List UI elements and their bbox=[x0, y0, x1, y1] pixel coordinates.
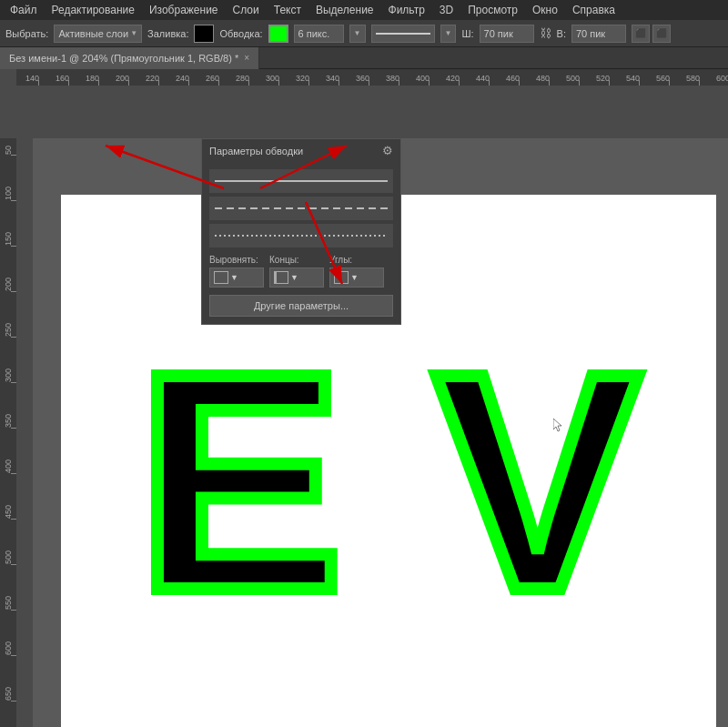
align-left-icon[interactable]: ⬛ bbox=[632, 25, 650, 43]
document-tab[interactable]: Без имени-1 @ 204% (Прямоугольник 1, RGB… bbox=[0, 47, 259, 69]
align-select-icon bbox=[214, 271, 228, 284]
align-select[interactable]: ▼ bbox=[209, 268, 264, 288]
ends-label: Концы: bbox=[269, 255, 324, 265]
link-icon: ⛓ bbox=[540, 26, 551, 40]
stroke-panel-body: Выровнять: ▼ Концы: ▼ bbox=[202, 162, 400, 324]
stroke-style-line bbox=[376, 33, 430, 35]
menu-image[interactable]: Изображение bbox=[143, 2, 225, 18]
select-label: Выбрать: bbox=[5, 28, 48, 39]
fill-label: Заливка: bbox=[147, 28, 188, 39]
stroke-style-dropdown[interactable]: ▼ bbox=[440, 25, 457, 43]
active-layers-dropdown[interactable]: Активные слои ▼ bbox=[54, 25, 142, 43]
gear-icon[interactable]: ⚙ bbox=[382, 144, 393, 157]
letters-container: E V bbox=[136, 299, 641, 636]
ends-arrow: ▼ bbox=[290, 273, 298, 282]
tab-bar: Без имени-1 @ 204% (Прямоугольник 1, RGB… bbox=[0, 47, 728, 69]
dashed-line-preview bbox=[215, 207, 388, 209]
letter-v: V bbox=[434, 327, 641, 636]
menu-layers[interactable]: Слои bbox=[227, 2, 266, 18]
stroke-dashed-option[interactable] bbox=[209, 197, 393, 220]
stroke-parameters-panel: Параметры обводки ⚙ Вы bbox=[201, 138, 401, 325]
canvas-area: E V Параметры обводки ⚙ bbox=[33, 138, 728, 727]
tab-close-button[interactable]: × bbox=[244, 53, 249, 63]
width-input[interactable]: 70 пик bbox=[480, 25, 534, 43]
stroke-label: Обводка: bbox=[219, 28, 262, 39]
dropdown-arrow: ▼ bbox=[130, 29, 137, 37]
tab-title: Без имени-1 @ 204% (Прямоугольник 1, RGB… bbox=[9, 53, 238, 64]
ends-select[interactable]: ▼ bbox=[269, 268, 324, 288]
fill-color-swatch[interactable] bbox=[194, 25, 214, 43]
ends-select-icon bbox=[274, 271, 288, 284]
stroke-solid-option[interactable] bbox=[209, 169, 393, 193]
corners-label: Углы: bbox=[329, 255, 384, 265]
corners-select[interactable]: ▼ bbox=[329, 268, 384, 288]
menu-view[interactable]: Просмотр bbox=[461, 2, 524, 18]
letter-e: E bbox=[136, 327, 343, 636]
ruler-vertical bbox=[0, 138, 16, 727]
align-right-icon[interactable]: ⬛ bbox=[652, 25, 671, 43]
menu-help[interactable]: Справка bbox=[566, 2, 622, 18]
corners-arrow: ▼ bbox=[350, 273, 359, 282]
stroke-style-box[interactable] bbox=[371, 25, 435, 43]
menu-select[interactable]: Выделение bbox=[309, 2, 380, 18]
width-label: Ш: bbox=[461, 28, 473, 39]
stroke-dotted-option[interactable] bbox=[209, 224, 393, 247]
menu-3d[interactable]: 3D bbox=[433, 2, 460, 18]
solid-line-preview bbox=[215, 180, 388, 182]
align-arrow: ▼ bbox=[230, 273, 238, 282]
menu-edit[interactable]: Редактирование bbox=[46, 2, 141, 18]
height-input[interactable]: 70 пик bbox=[571, 25, 626, 43]
options-bar: Выбрать: Активные слои ▼ Заливка: Обводк… bbox=[0, 20, 728, 47]
dropdown-arrow3: ▼ bbox=[445, 29, 452, 37]
align-label: Выровнять: bbox=[209, 255, 264, 265]
more-options-button[interactable]: Другие параметры... bbox=[209, 295, 393, 317]
align-icons-group: ⬛ ⬛ bbox=[632, 25, 671, 43]
menu-window[interactable]: Окно bbox=[526, 2, 564, 18]
stroke-color-swatch[interactable] bbox=[268, 25, 288, 43]
stroke-width-dropdown[interactable]: ▼ bbox=[349, 25, 366, 43]
stroke-width-input[interactable]: 6 пикс. bbox=[294, 25, 344, 43]
dropdown-arrow2: ▼ bbox=[354, 29, 361, 37]
stroke-panel-header: Параметры обводки ⚙ bbox=[202, 139, 400, 162]
stroke-panel-title: Параметры обводки bbox=[209, 146, 303, 157]
dotted-line-preview bbox=[215, 235, 388, 237]
menu-text[interactable]: Текст bbox=[268, 2, 308, 18]
height-label: В: bbox=[557, 28, 566, 39]
menu-filter[interactable]: Фильтр bbox=[382, 2, 431, 18]
menu-bar: Файл Редактирование Изображение Слои Тек… bbox=[0, 0, 728, 20]
corners-select-icon bbox=[334, 271, 349, 284]
menu-file[interactable]: Файл bbox=[4, 2, 44, 18]
